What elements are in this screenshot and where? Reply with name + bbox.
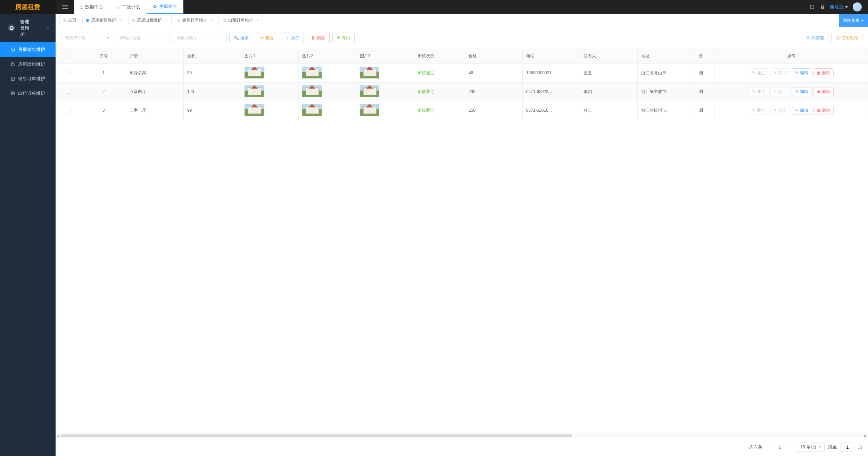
close-icon[interactable]: × xyxy=(211,18,214,23)
sidebar-item-sale[interactable]: 房屋销售维护 xyxy=(0,42,56,57)
sidebar-group-admin[interactable]: 管理员维护 xyxy=(0,14,56,42)
sidebar-item-rent-order[interactable]: 出租订单维护 xyxy=(0,86,56,101)
th-img3: 图片3 xyxy=(356,49,414,64)
sidebar-item-rent[interactable]: 房屋出租维护 xyxy=(0,57,56,71)
edit-button[interactable]: ✎ 编辑 xyxy=(792,87,811,96)
table-row: 1单身公寓30审核通过4613600000021王五浙江省舟山市...测✎ 通过… xyxy=(56,64,868,82)
row-delete-button[interactable]: 🗑 删除 xyxy=(813,87,834,96)
plus-icon: ＋ xyxy=(286,35,290,41)
add-label: 添加 xyxy=(291,35,299,41)
tab-dot-icon xyxy=(63,19,66,22)
cell-idx: 3 xyxy=(81,101,126,120)
pagination-page-1[interactable]: 1 xyxy=(778,445,781,450)
page-tab-rent[interactable]: 房屋出租维护 × xyxy=(128,16,172,25)
pagination-prev[interactable]: ‹ xyxy=(766,442,775,451)
close-icon[interactable]: × xyxy=(165,18,168,23)
table-scroll[interactable]: 序号 户型 面积 图片1 图片2 图片3 审核状态 价格 电话 联系人 地址 xyxy=(56,49,868,433)
house-thumbnail[interactable] xyxy=(245,67,264,78)
pagination-jump-label: 跳至 xyxy=(828,444,837,450)
house-thumbnail[interactable] xyxy=(360,85,379,97)
cell-contact: 王五 xyxy=(580,64,638,82)
edit-button[interactable]: ✎ 编辑 xyxy=(792,68,811,77)
export-label: 导出 xyxy=(342,35,350,41)
scroll-right-icon[interactable]: ► xyxy=(863,434,867,438)
fullscreen-icon[interactable] xyxy=(809,4,815,10)
house-thumbnail[interactable] xyxy=(360,104,379,116)
house-thumbnail[interactable] xyxy=(360,67,379,78)
close-menu-label: 关闭菜单 xyxy=(843,18,860,24)
filter-type-select[interactable]: 请选择户型 xyxy=(61,33,113,43)
th-img2: 图片2 xyxy=(299,49,356,64)
edit-icon: ✎ xyxy=(752,108,755,113)
cell-phone: 0571-62923... xyxy=(522,82,580,101)
trash-icon: 🗑 xyxy=(311,35,315,40)
page-tab-rent-order[interactable]: 出租订单维护 × xyxy=(220,16,263,25)
close-icon[interactable]: × xyxy=(119,18,122,23)
horizontal-scrollbar[interactable]: ◄ ► xyxy=(56,433,868,438)
edit-icon: ✎ xyxy=(795,70,799,75)
note-icon xyxy=(10,91,15,96)
scroll-left-icon[interactable]: ◄ xyxy=(56,434,60,438)
top-tab-dev[interactable]: ☼ 二次开发 xyxy=(109,0,147,14)
user-menu[interactable]: 幽络源 xyxy=(830,4,848,10)
row-checkbox[interactable] xyxy=(66,89,71,94)
cell-img1 xyxy=(241,64,299,82)
close-all-tabs-button[interactable]: 关闭菜单 xyxy=(839,14,868,27)
sidebar-item-sale-order[interactable]: 销售订单维护 xyxy=(0,71,56,86)
sidebar-item-label: 销售订单维护 xyxy=(18,76,45,82)
pagination-size-select[interactable]: 15 条/页 xyxy=(797,442,825,452)
pagination-next[interactable]: › xyxy=(784,442,793,451)
select-all-checkbox[interactable] xyxy=(66,53,71,58)
scrollbar-thumb[interactable] xyxy=(60,434,572,437)
page-tab-home[interactable]: 主页 xyxy=(59,16,80,25)
reset-label: 重置 xyxy=(265,35,274,41)
house-thumbnail[interactable] xyxy=(245,104,264,116)
filter-phone-input[interactable] xyxy=(173,33,226,43)
house-thumbnail[interactable] xyxy=(302,104,322,116)
hamburger-icon xyxy=(61,3,69,11)
chevron-down-icon xyxy=(819,446,821,448)
user-name-label: 幽络源 xyxy=(830,4,844,10)
export-button[interactable]: ✈ 导出 xyxy=(332,33,355,43)
th-note: 备 xyxy=(695,49,714,64)
cell-ops: ✎ 通过✎ 驳回✎ 编辑🗑 删除 xyxy=(714,101,868,120)
pagination-jump-input[interactable] xyxy=(841,442,854,452)
house-thumbnail[interactable] xyxy=(302,85,322,97)
tab-dot-icon xyxy=(223,19,226,22)
column-filter-button[interactable]: ⚙ 列筛选 xyxy=(802,33,828,43)
tutorial-button[interactable]: ⓘ 使用教程 xyxy=(831,33,862,43)
filter-address-input[interactable] xyxy=(116,33,170,43)
cell-price: 46 xyxy=(465,64,522,82)
top-tab-data-center[interactable]: ⌂ 数据中心 xyxy=(74,0,109,14)
add-button[interactable]: ＋ 添加 xyxy=(281,33,304,43)
row-checkbox[interactable] xyxy=(66,70,71,75)
page-tab-sale-order[interactable]: 销售订单维护 × xyxy=(174,16,217,25)
cell-note: 测 xyxy=(695,64,714,82)
cell-img2 xyxy=(299,101,356,120)
sidebar-toggle[interactable] xyxy=(56,0,74,14)
house-thumbnail[interactable] xyxy=(302,67,322,78)
top-tab-rental[interactable]: ✿ 房屋租售 xyxy=(147,0,183,14)
tutorial-label: 使用教程 xyxy=(841,35,858,41)
cell-img1 xyxy=(241,101,299,120)
row-checkbox[interactable] xyxy=(66,108,71,112)
row-delete-button[interactable]: 🗑 删除 xyxy=(813,106,834,115)
row-delete-button[interactable]: 🗑 删除 xyxy=(813,68,834,77)
reset-button[interactable]: ↻ 重置 xyxy=(256,33,278,43)
edit-icon: ✎ xyxy=(774,70,777,75)
info-icon: ⓘ xyxy=(836,35,840,41)
lock-icon[interactable] xyxy=(820,4,825,10)
house-thumbnail[interactable] xyxy=(245,85,264,97)
avatar[interactable] xyxy=(853,2,862,11)
data-table: 序号 户型 面积 图片1 图片2 图片3 审核状态 价格 电话 联系人 地址 xyxy=(56,49,868,120)
cell-type: 单身公寓 xyxy=(126,64,184,82)
close-icon[interactable]: × xyxy=(257,18,259,23)
pagination: 共 3 条 ‹ 1 › 15 条/页 跳至 页 xyxy=(56,438,868,456)
delete-button[interactable]: 🗑 删除 xyxy=(307,33,330,43)
edit-button[interactable]: ✎ 编辑 xyxy=(792,106,811,115)
search-button[interactable]: 🔍 搜索 xyxy=(229,33,253,43)
page-tab-sale[interactable]: 房屋销售维护 × xyxy=(82,16,126,25)
cell-area: 30 xyxy=(183,64,241,82)
th-type: 户型 xyxy=(126,49,184,64)
th-price: 价格 xyxy=(465,49,522,64)
